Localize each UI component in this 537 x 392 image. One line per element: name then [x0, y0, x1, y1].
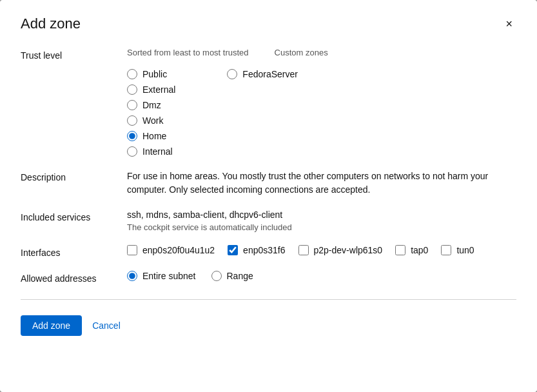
description-content: For use in home areas. You mostly trust … [127, 170, 516, 197]
trust-columns: Public External Dmz Work Home [127, 69, 516, 157]
checkbox-tap0[interactable]: tap0 [395, 245, 428, 255]
radio-public[interactable]: Public [127, 69, 175, 79]
custom-radio-group: FedoraServer [227, 69, 298, 157]
interfaces-row: Interfaces enp0s20f0u4u1u2 enp0s31f6 p2p… [21, 245, 516, 258]
trust-headers: Sorted from least to most trusted Custom… [127, 48, 516, 63]
radio-work[interactable]: Work [127, 115, 175, 126]
radio-internal[interactable]: Internal [127, 146, 175, 157]
services-note: The cockpit service is automatically inc… [127, 222, 516, 232]
included-services-row: Included services ssh, mdns, samba-clien… [21, 210, 516, 232]
description-label: Description [21, 170, 127, 182]
trust-level-content: Sorted from least to most trusted Custom… [127, 48, 516, 157]
services-list: ssh, mdns, samba-client, dhcpv6-client [127, 210, 516, 220]
checkbox-enp0s20f0u4u1u2[interactable]: enp0s20f0u4u1u2 [127, 245, 215, 255]
checkbox-p2p-dev-wlp61s0[interactable]: p2p-dev-wlp61s0 [298, 245, 383, 255]
sorted-label: Sorted from least to most trusted [127, 48, 249, 57]
radio-external[interactable]: External [127, 84, 175, 95]
checkbox-tun0[interactable]: tun0 [441, 245, 474, 255]
footer-divider [21, 299, 516, 300]
services-content: ssh, mdns, samba-client, dhcpv6-client T… [127, 210, 516, 232]
custom-label: Custom zones [275, 48, 328, 57]
add-zone-button[interactable]: Add zone [21, 315, 82, 336]
interfaces-label: Interfaces [21, 245, 127, 258]
checkbox-enp0s31f6[interactable]: enp0s31f6 [228, 245, 285, 255]
add-zone-dialog: Add zone × Trust level Sorted from least… [0, 0, 537, 392]
radio-home[interactable]: Home [127, 131, 175, 141]
interfaces-checkboxes: enp0s20f0u4u1u2 enp0s31f6 p2p-dev-wlp61s… [127, 245, 516, 255]
dialog-header: Add zone × [21, 15, 516, 32]
close-button[interactable]: × [502, 17, 516, 31]
radio-fedoraserver[interactable]: FedoraServer [227, 69, 298, 79]
allowed-addresses-content: Entire subnet Range [127, 271, 516, 281]
cancel-button[interactable]: Cancel [92, 320, 121, 331]
radio-range[interactable]: Range [211, 271, 253, 281]
trust-radio-group: Public External Dmz Work Home [127, 69, 175, 157]
interfaces-content: enp0s20f0u4u1u2 enp0s31f6 p2p-dev-wlp61s… [127, 245, 516, 255]
trust-level-label: Trust level [21, 48, 127, 61]
description-text: For use in home areas. You mostly trust … [127, 170, 501, 197]
allowed-addresses-row: Allowed addresses Entire subnet Range [21, 271, 516, 284]
included-services-label: Included services [21, 210, 127, 222]
allowed-addresses-label: Allowed addresses [21, 271, 127, 284]
dialog-title: Add zone [21, 15, 81, 32]
allowed-radios: Entire subnet Range [127, 271, 516, 281]
radio-dmz[interactable]: Dmz [127, 100, 175, 110]
dialog-footer: Add zone Cancel [21, 315, 516, 336]
trust-level-row: Trust level Sorted from least to most tr… [21, 48, 516, 157]
radio-entire-subnet[interactable]: Entire subnet [127, 271, 196, 281]
description-row: Description For use in home areas. You m… [21, 170, 516, 197]
